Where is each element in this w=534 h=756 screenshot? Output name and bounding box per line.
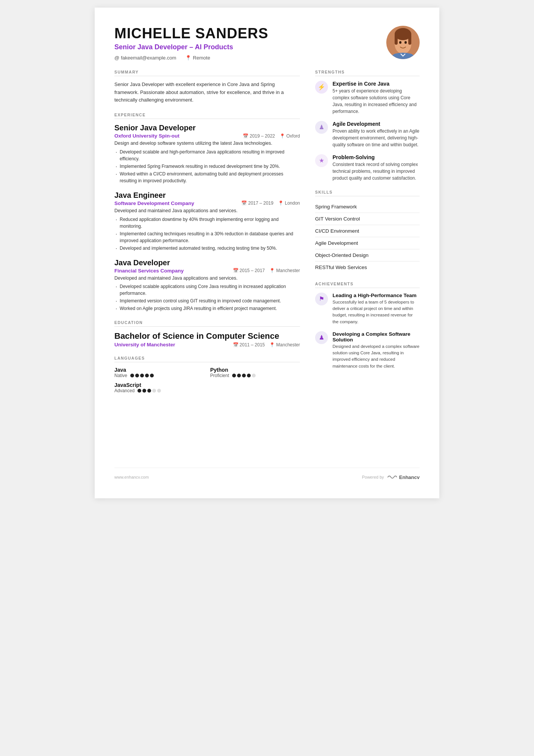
exp-company-1: Software Development Company xyxy=(114,200,194,206)
experience-label: EXPERIENCE xyxy=(114,113,300,119)
candidate-title: Senior Java Developer – AI Products xyxy=(114,43,269,51)
brand-name: Enhancv xyxy=(399,474,420,480)
strength-content-0: Expertise in Core Java 5+ years of exper… xyxy=(333,81,420,115)
bullet-item: Implemented caching techniques resulting… xyxy=(114,230,300,244)
skill-item: Agile Development xyxy=(315,237,420,249)
email-item: @ fakeemail@example.com xyxy=(114,55,176,61)
calendar-icon: 📅 xyxy=(233,268,239,273)
exp-bullets-2: Developed scalable applications using Co… xyxy=(114,283,300,312)
right-column: STRENGTHS ⚡ Expertise in Core Java 5+ ye… xyxy=(315,70,420,455)
achievements-label: ACHIEVEMENTS xyxy=(315,282,420,288)
strength-desc-1: Proven ability to work effectively in an… xyxy=(333,128,420,148)
pin-icon: 📍 xyxy=(269,342,275,347)
lang-dot xyxy=(237,374,241,377)
strengths-list: ⚡ Expertise in Core Java 5+ years of exp… xyxy=(315,81,420,182)
location-icon: 📍 xyxy=(185,55,191,61)
calendar-icon: 📅 xyxy=(241,200,247,206)
candidate-name: MICHELLE SANDERS xyxy=(114,26,269,42)
powered-by-text: Powered by xyxy=(362,475,384,479)
bullet-item: Implemented Spring Framework resulting i… xyxy=(114,163,300,170)
lang-dot xyxy=(145,374,149,377)
skills-label: SKILLS xyxy=(315,190,420,196)
calendar-icon: 📅 xyxy=(243,133,248,139)
strength-icon-0: ⚡ xyxy=(315,81,328,94)
exp-title-0: Senior Java Developer xyxy=(114,124,300,132)
bullet-item: Implemented version control using GIT re… xyxy=(114,297,300,304)
lang-dots-2 xyxy=(137,389,161,393)
bullet-item: Developed and implemented automated test… xyxy=(114,245,300,252)
resume-page: MICHELLE SANDERS Senior Java Developer –… xyxy=(95,8,439,498)
exp-desc-2: Developed and maintained Java applicatio… xyxy=(114,275,300,282)
experience-list: Senior Java Developer Oxford University … xyxy=(114,124,300,312)
svg-rect-3 xyxy=(395,34,398,45)
lang-name-1: Python xyxy=(210,367,300,373)
email-value: fakeemail@example.com xyxy=(121,55,176,61)
lang-name-2: JavaScript xyxy=(114,382,204,388)
location-value: Remote xyxy=(193,55,210,61)
lang-dot xyxy=(242,374,246,377)
skill-item: GIT Version Control xyxy=(315,213,420,225)
experience-item: Java Engineer Software Development Compa… xyxy=(114,191,300,252)
language-item: JavaScript Advanced xyxy=(114,382,204,393)
lang-level-2: Advanced xyxy=(114,388,134,393)
summary-label: SUMMARY xyxy=(114,70,300,76)
contact-info: @ fakeemail@example.com 📍 Remote xyxy=(114,55,269,61)
skills-list: Spring FrameworkGIT Version ControlCI/CD… xyxy=(315,201,420,273)
strength-desc-0: 5+ years of experience developing comple… xyxy=(333,88,420,115)
pin-icon: 📍 xyxy=(269,268,275,273)
strength-icon-2: ★ xyxy=(315,154,328,167)
resume-header: MICHELLE SANDERS Senior Java Developer –… xyxy=(114,26,420,61)
lang-dot xyxy=(232,374,236,377)
svg-rect-4 xyxy=(408,34,411,45)
lang-dot xyxy=(157,389,161,393)
strength-item: ♟ Agile Development Proven ability to wo… xyxy=(315,121,420,148)
lang-dot xyxy=(130,374,134,377)
header-left: MICHELLE SANDERS Senior Java Developer –… xyxy=(114,26,269,61)
education-label: EDUCATION xyxy=(114,320,300,327)
achievement-title-1: Developing a Complex Software Solution xyxy=(333,331,420,343)
email-icon: @ xyxy=(114,55,119,61)
edu-period: 📅 2011 – 2015 xyxy=(233,342,265,347)
language-item: Python Proficient xyxy=(210,367,300,378)
calendar-icon: 📅 xyxy=(233,342,239,347)
pin-icon: 📍 xyxy=(279,133,285,139)
skill-item: CI/CD Environment xyxy=(315,225,420,237)
left-column: SUMMARY Senior Java Developer with excel… xyxy=(114,70,300,455)
degree-title: Bachelor of Science in Computer Science xyxy=(114,331,300,341)
strength-icon-1: ♟ xyxy=(315,121,328,134)
footer: www.enhancv.com Powered by Enhancv xyxy=(114,468,420,480)
experience-item: Senior Java Developer Oxford University … xyxy=(114,124,300,184)
lang-dot xyxy=(147,389,151,393)
exp-desc-0: Design and develop software systems util… xyxy=(114,140,300,147)
lang-level-0: Native xyxy=(114,373,127,378)
strength-item: ★ Problem-Solving Consistent track recor… xyxy=(315,154,420,182)
strength-title-0: Expertise in Core Java xyxy=(333,81,420,87)
lang-dot xyxy=(135,374,139,377)
exp-company-0: Oxford University Spin-out xyxy=(114,133,180,139)
achievement-item: ⚑ Leading a High-Performance Team Succes… xyxy=(315,293,420,325)
lang-dot xyxy=(137,389,141,393)
experience-item: Java Developer Financial Services Compan… xyxy=(114,258,300,312)
strength-content-1: Agile Development Proven ability to work… xyxy=(333,121,420,148)
strengths-label: STRENGTHS xyxy=(315,70,420,76)
skill-item: Spring Framework xyxy=(315,201,420,213)
footer-website: www.enhancv.com xyxy=(114,475,149,479)
lang-dots-1 xyxy=(232,374,256,377)
lang-dot xyxy=(142,389,146,393)
strength-desc-2: Consistent track record of solving compl… xyxy=(333,161,420,182)
language-item: Java Native xyxy=(114,367,204,378)
exp-bullets-0: Developed scalable and high-performance … xyxy=(114,149,300,184)
location-item: 📍 Remote xyxy=(185,55,210,61)
edu-meta: 📅 2011 – 2015 📍 Manchester xyxy=(233,342,300,347)
summary-text: Senior Java Developer with excellent exp… xyxy=(114,81,300,104)
strength-content-2: Problem-Solving Consistent track record … xyxy=(333,154,420,182)
languages-label: LANGUAGES xyxy=(114,356,300,362)
strength-title-2: Problem-Solving xyxy=(333,154,420,160)
main-body: SUMMARY Senior Java Developer with excel… xyxy=(114,70,420,455)
lang-dots-0 xyxy=(130,374,154,377)
exp-bullets-1: Reduced application downtime by 40% thro… xyxy=(114,216,300,252)
lang-dot xyxy=(247,374,251,377)
exp-company-2: Financial Services Company xyxy=(114,268,184,274)
lang-name-0: Java xyxy=(114,367,204,373)
achievement-desc-0: Successfully led a team of 5 developers … xyxy=(333,299,420,325)
